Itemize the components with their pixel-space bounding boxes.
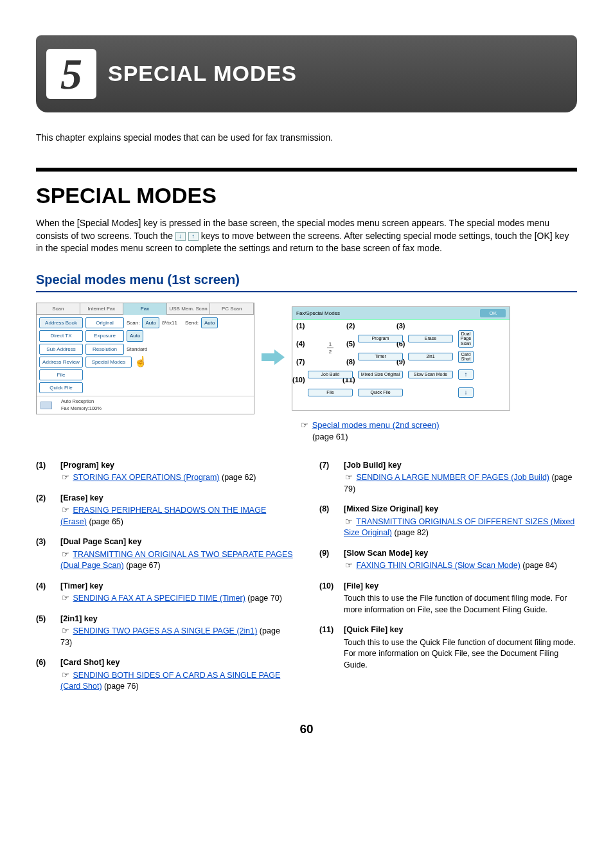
right-column: (7)[Job Build] key☞ SENDING A LARGE NUMB… <box>319 460 577 702</box>
quick-file-key[interactable]: Quick File <box>358 389 403 396</box>
item-number: (11) <box>319 624 336 636</box>
tab-scan[interactable]: Scan <box>37 303 80 315</box>
cross-reference-link[interactable]: SENDING TWO PAGES AS A SINGLE PAGE (2in1… <box>73 626 257 635</box>
callout-4: (4) <box>296 339 305 349</box>
page-number: 60 <box>36 721 577 738</box>
erase-key[interactable]: Erase <box>408 335 453 342</box>
exposure-value: Auto <box>127 330 143 341</box>
cross-reference-link[interactable]: TRANSMITTING AN ORIGINAL AS TWO SEPARATE… <box>60 550 293 571</box>
timer-key[interactable]: Timer <box>358 353 403 360</box>
key-description-item: (5)[2in1] key☞ SENDING TWO PAGES AS A SI… <box>36 614 294 649</box>
tab-pc[interactable]: PC Scan <box>210 303 254 315</box>
file-key[interactable]: File <box>308 389 353 396</box>
pointer-icon: ☞ <box>299 420 310 431</box>
resolution-button[interactable]: Resolution <box>85 344 124 355</box>
address-book-button[interactable]: Address Book <box>39 317 83 328</box>
item-body: ☞ TRANSMITTING ORIGINALS OF DIFFERENT SI… <box>344 517 577 539</box>
next-screen-page: (page 61) <box>312 432 348 441</box>
ok-button[interactable]: OK <box>480 309 506 317</box>
key-description-item: (1)[Program] key☞ STORING FAX OPERATIONS… <box>36 460 294 484</box>
pointer-icon: ☞ <box>60 549 71 561</box>
page-reference: (page 76) <box>102 682 139 691</box>
item-number: (9) <box>319 548 336 560</box>
item-title: [2in1] key <box>60 614 98 625</box>
resolution-value: Standard <box>127 346 147 353</box>
item-body: ☞ SENDING A LARGE NUMBER OF PAGES (Job B… <box>344 472 577 495</box>
base-screen: Scan Internet Fax Fax USB Mem. Scan PC S… <box>36 303 254 414</box>
mixed-size-original-key[interactable]: Mixed Size Original <box>358 371 403 378</box>
original-button[interactable]: Original <box>85 317 124 328</box>
mode-tabs: Scan Internet Fax Fax USB Mem. Scan PC S… <box>37 303 254 315</box>
cross-reference-link[interactable]: FAXING THIN ORIGINALS (Slow Scan Mode) <box>356 561 520 570</box>
exposure-button[interactable]: Exposure <box>85 330 124 341</box>
page-reference: (page 62) <box>220 473 256 482</box>
cross-reference-link[interactable]: SENDING BOTH SIDES OF A CARD AS A SINGLE… <box>60 671 280 691</box>
item-body: Touch this to use the Quick File functio… <box>344 637 577 671</box>
callout-7: (7) <box>296 357 305 367</box>
pointer-icon: ☞ <box>344 560 354 572</box>
callout-10: (10) <box>292 375 305 385</box>
scan-auto: Auto <box>142 317 159 328</box>
send-auto: Auto <box>201 317 218 328</box>
tab-usb[interactable]: USB Mem. Scan <box>167 303 211 315</box>
see-next-screen: ☞ Special modes menu (2nd screen) (page … <box>299 420 577 443</box>
slow-scan-mode-key[interactable]: Slow Scan Mode <box>408 371 453 378</box>
item-number: (10) <box>319 581 336 592</box>
key-description-item: (10)[File] keyTouch this to use the File… <box>319 581 577 616</box>
tab-ifax[interactable]: Internet Fax <box>80 303 124 315</box>
item-title: [Dual Page Scan] key <box>60 536 141 548</box>
dual-page-scan-key[interactable]: Dual Page Scan <box>458 330 474 348</box>
key-description-item: (7)[Job Build] key☞ SENDING A LARGE NUMB… <box>319 460 577 495</box>
key-description-item: (2)[Erase] key☞ ERASING PERIPHERAL SHADO… <box>36 493 294 528</box>
two-in-one-key[interactable]: 2in1 <box>408 353 453 360</box>
page-reference: (page 67) <box>124 561 161 570</box>
left-column: (1)[Program] key☞ STORING FAX OPERATIONS… <box>36 460 294 702</box>
direct-tx-button[interactable]: Direct TX <box>39 330 83 341</box>
callout-8: (8) <box>346 357 355 367</box>
item-title: [Card Shot] key <box>60 657 120 669</box>
page-up-icon[interactable]: ↑ <box>458 369 474 380</box>
item-body: ☞ SENDING TWO PAGES AS A SINGLE PAGE (2i… <box>60 626 294 648</box>
item-body: Touch this to use the File function of d… <box>344 593 577 616</box>
sub-address-button[interactable]: Sub Address <box>39 344 83 355</box>
item-title: [Slow Scan Mode] key <box>344 548 428 560</box>
item-body: ☞ SENDING BOTH SIDES OF A CARD AS A SING… <box>60 670 294 693</box>
item-body: ☞ SENDING A FAX AT A SPECIFIED TIME (Tim… <box>60 593 294 605</box>
page-reference: (page 65) <box>87 517 123 526</box>
item-body: ☞ FAXING THIN ORIGINALS (Slow Scan Mode)… <box>344 560 577 572</box>
special-modes-screen-title: Fax/Special Modes <box>296 310 340 317</box>
item-title: [File] key <box>344 581 378 592</box>
tab-fax[interactable]: Fax <box>123 303 167 315</box>
page-reference: (page 82) <box>392 528 429 537</box>
cross-reference-link[interactable]: STORING FAX OPERATIONS (Program) <box>73 473 219 482</box>
subheading: Special modes menu (1st screen) <box>36 270 577 292</box>
cross-reference-link[interactable]: SENDING A LARGE NUMBER OF PAGES (Job Bui… <box>356 473 549 482</box>
up-arrow-key-icon: ↑ <box>188 232 199 241</box>
item-body: ☞ TRANSMITTING AN ORIGINAL AS TWO SEPARA… <box>60 549 294 572</box>
key-description-item: (6)[Card Shot] key☞ SENDING BOTH SIDES O… <box>36 657 294 693</box>
pointer-icon: ☞ <box>60 505 71 517</box>
item-title: [Program] key <box>60 460 114 472</box>
transition-arrow-icon <box>261 350 285 368</box>
quick-file-button[interactable]: Quick File <box>39 382 83 393</box>
item-title: [Quick File] key <box>344 624 403 636</box>
special-modes-button[interactable]: Special Modes <box>85 357 132 368</box>
cross-reference-link[interactable]: SENDING A FAX AT A SPECIFIED TIME (Timer… <box>73 594 245 603</box>
fax-memory-label: Fax Memory:100% <box>61 405 102 412</box>
program-key[interactable]: Program <box>358 335 403 342</box>
page-down-icon[interactable]: ↓ <box>458 387 474 398</box>
pointer-icon: ☞ <box>60 593 71 605</box>
address-review-button[interactable]: Address Review <box>39 357 83 368</box>
item-title: [Mixed Size Original] key <box>344 504 438 515</box>
callout-3: (3) <box>396 321 405 331</box>
cross-reference-link[interactable]: TRANSMITTING ORIGINALS OF DIFFERENT SIZE… <box>344 517 574 538</box>
item-number: (7) <box>319 460 336 472</box>
section-title: SPECIAL MODES <box>36 181 577 211</box>
next-screen-link[interactable]: Special modes menu (2nd screen) <box>312 420 440 430</box>
card-shot-key[interactable]: Card Shot <box>458 351 474 363</box>
pointer-icon: ☞ <box>60 626 71 637</box>
job-build-key[interactable]: Job Build <box>308 371 353 378</box>
send-label: Send: <box>185 319 199 326</box>
section-body: When the [Special Modes] key is pressed … <box>36 217 577 255</box>
file-button[interactable]: File <box>39 369 83 380</box>
